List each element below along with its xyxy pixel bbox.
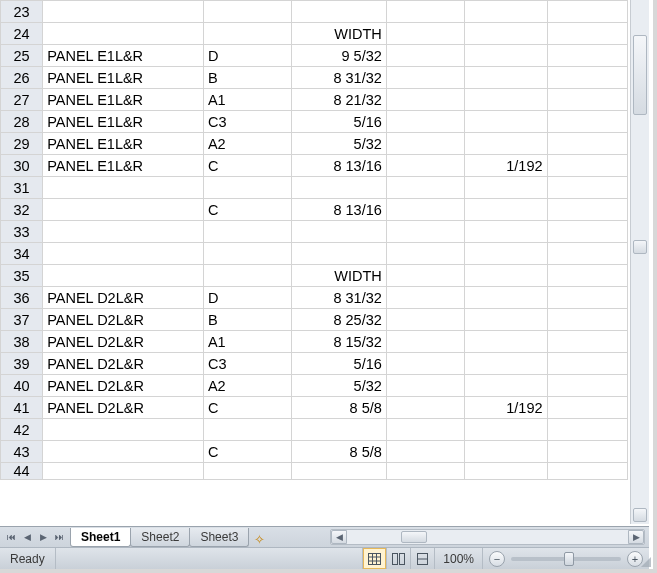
cell[interactable] xyxy=(386,309,464,331)
cell[interactable]: 8 31/32 xyxy=(292,67,386,89)
hscroll-thumb[interactable] xyxy=(401,531,427,543)
cell[interactable]: A1 xyxy=(203,331,291,353)
cell[interactable]: 8 5/8 xyxy=(292,397,386,419)
cell[interactable] xyxy=(547,441,627,463)
cell[interactable] xyxy=(292,419,386,441)
row-header[interactable]: 41 xyxy=(1,397,43,419)
cell[interactable] xyxy=(386,221,464,243)
row-header[interactable]: 34 xyxy=(1,243,43,265)
tab-first-button[interactable]: ⏮ xyxy=(4,530,18,544)
cell[interactable] xyxy=(203,419,291,441)
cell[interactable] xyxy=(465,331,547,353)
cell[interactable]: 5/32 xyxy=(292,133,386,155)
cell[interactable] xyxy=(386,419,464,441)
cell[interactable] xyxy=(465,243,547,265)
cell[interactable] xyxy=(465,45,547,67)
cell[interactable] xyxy=(465,463,547,480)
cell[interactable] xyxy=(203,1,291,23)
cell[interactable]: 1/192 xyxy=(465,397,547,419)
cell[interactable] xyxy=(547,309,627,331)
cell[interactable] xyxy=(386,89,464,111)
cell[interactable] xyxy=(43,1,204,23)
cell[interactable]: C xyxy=(203,199,291,221)
cell[interactable]: WIDTH xyxy=(292,23,386,45)
cell[interactable]: A2 xyxy=(203,133,291,155)
zoom-level-label[interactable]: 100% xyxy=(435,548,483,569)
cell[interactable]: 8 31/32 xyxy=(292,287,386,309)
cell[interactable] xyxy=(386,331,464,353)
cell[interactable] xyxy=(465,133,547,155)
cell[interactable]: C xyxy=(203,397,291,419)
cell[interactable] xyxy=(386,67,464,89)
cell[interactable] xyxy=(547,133,627,155)
cell[interactable]: PANEL E1L&R xyxy=(43,89,204,111)
tab-last-button[interactable]: ⏭ xyxy=(52,530,66,544)
cell[interactable]: PANEL D2L&R xyxy=(43,397,204,419)
cell[interactable]: PANEL E1L&R xyxy=(43,45,204,67)
view-normal-button[interactable] xyxy=(363,548,387,569)
cell[interactable]: C3 xyxy=(203,111,291,133)
cell[interactable] xyxy=(43,243,204,265)
cell[interactable] xyxy=(386,155,464,177)
vscroll-marker[interactable] xyxy=(633,240,647,254)
cell[interactable] xyxy=(386,375,464,397)
cell[interactable] xyxy=(203,221,291,243)
cell[interactable]: PANEL D2L&R xyxy=(43,287,204,309)
cell[interactable] xyxy=(43,265,204,287)
cell[interactable] xyxy=(386,23,464,45)
cell[interactable]: PANEL D2L&R xyxy=(43,375,204,397)
cell[interactable] xyxy=(465,1,547,23)
tab-next-button[interactable]: ▶ xyxy=(36,530,50,544)
cell[interactable] xyxy=(547,89,627,111)
cell[interactable] xyxy=(465,89,547,111)
row-header[interactable]: 33 xyxy=(1,221,43,243)
cell[interactable]: 5/32 xyxy=(292,375,386,397)
cell[interactable]: PANEL E1L&R xyxy=(43,133,204,155)
cell[interactable] xyxy=(465,419,547,441)
cell[interactable] xyxy=(547,1,627,23)
cell[interactable] xyxy=(547,67,627,89)
cell[interactable]: PANEL D2L&R xyxy=(43,309,204,331)
row-header[interactable]: 27 xyxy=(1,89,43,111)
cell[interactable] xyxy=(547,155,627,177)
row-header[interactable]: 37 xyxy=(1,309,43,331)
cell[interactable] xyxy=(292,463,386,480)
cell[interactable] xyxy=(547,23,627,45)
zoom-slider-knob[interactable] xyxy=(564,552,574,566)
cell[interactable]: 8 5/8 xyxy=(292,441,386,463)
cell[interactable] xyxy=(465,111,547,133)
cell[interactable] xyxy=(547,331,627,353)
sheet-tab-2[interactable]: Sheet2 xyxy=(130,528,190,547)
cell[interactable] xyxy=(203,177,291,199)
cell[interactable]: PANEL E1L&R xyxy=(43,155,204,177)
cell[interactable] xyxy=(547,375,627,397)
cell[interactable] xyxy=(465,23,547,45)
vscroll-thumb[interactable] xyxy=(633,35,647,115)
sheet-tab-3[interactable]: Sheet3 xyxy=(189,528,249,547)
cell[interactable] xyxy=(547,353,627,375)
cell[interactable]: WIDTH xyxy=(292,265,386,287)
grid-area[interactable]: 2324WIDTH25PANEL E1L&RD9 5/3226PANEL E1L… xyxy=(0,0,628,524)
hscroll-right-button[interactable]: ▶ xyxy=(628,530,644,544)
cell[interactable] xyxy=(43,463,204,480)
cell[interactable] xyxy=(386,45,464,67)
cell[interactable] xyxy=(386,177,464,199)
cell[interactable]: 1/192 xyxy=(465,155,547,177)
cell[interactable] xyxy=(386,111,464,133)
cell[interactable] xyxy=(386,199,464,221)
cell[interactable] xyxy=(386,287,464,309)
cell[interactable] xyxy=(43,199,204,221)
view-page-layout-button[interactable] xyxy=(387,548,411,569)
row-header[interactable]: 30 xyxy=(1,155,43,177)
cell[interactable]: PANEL E1L&R xyxy=(43,111,204,133)
cell[interactable] xyxy=(547,419,627,441)
view-page-break-button[interactable] xyxy=(411,548,435,569)
cell[interactable]: D xyxy=(203,45,291,67)
row-header[interactable]: 31 xyxy=(1,177,43,199)
cell[interactable] xyxy=(465,353,547,375)
cell[interactable]: 8 13/16 xyxy=(292,155,386,177)
cell[interactable] xyxy=(386,133,464,155)
cell[interactable] xyxy=(43,23,204,45)
cell[interactable] xyxy=(386,441,464,463)
cell[interactable]: 8 15/32 xyxy=(292,331,386,353)
